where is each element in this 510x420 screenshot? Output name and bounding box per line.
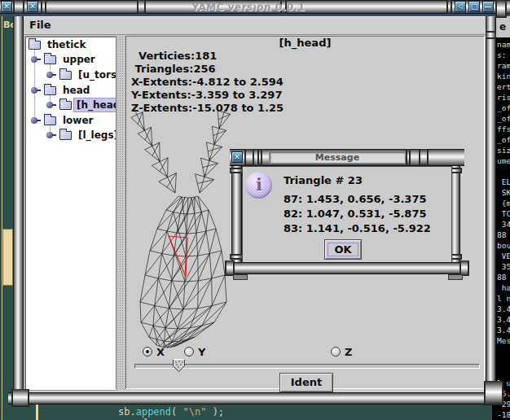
dialog-vertex-line: 87: 1.453, 0.656, -3.375 <box>284 193 427 205</box>
dialog-vertex-line: 82: 1.047, 0.531, -5.875 <box>284 208 427 220</box>
menu-bar: File <box>23 16 487 35</box>
pipe-endcap-bottomright <box>484 381 503 405</box>
maximize-button[interactable]: □ <box>468 1 480 12</box>
folder-icon <box>59 101 72 110</box>
tree-item-upper[interactable]: upper <box>60 53 98 66</box>
dialog-foot <box>448 274 463 280</box>
window-title: YAMC version 0.0.1 <box>0 2 497 13</box>
tree-row[interactable]: [l_legs] <box>25 129 117 142</box>
tree-item-lower[interactable]: lower <box>60 114 96 127</box>
tree-item-l-legs[interactable]: [l_legs] <box>76 129 121 142</box>
code-object: sb. <box>118 406 136 418</box>
pipe-fitting <box>406 149 411 166</box>
axis-x-radio[interactable] <box>143 347 152 357</box>
axis-y-radio[interactable] <box>184 347 194 357</box>
ident-button[interactable]: Ident <box>279 373 333 392</box>
dialog-foot <box>233 274 248 280</box>
left-border-pipe[interactable] <box>13 16 24 392</box>
tree-expand-knob[interactable] <box>46 72 53 78</box>
terminal-menu-file-partial[interactable]: e <box>499 21 506 33</box>
code-paren: ( <box>171 406 182 418</box>
dialog-title-slot: Message <box>269 151 406 164</box>
dialog-heading: Triangle # 23 <box>284 174 363 186</box>
folder-icon <box>44 86 56 95</box>
shade-button[interactable]: ◁ <box>455 1 466 12</box>
tree-expand-knob[interactable] <box>31 117 37 124</box>
code-close: ); <box>206 406 224 418</box>
axis-z-label: Z <box>345 346 352 358</box>
rotation-slider-track[interactable] <box>134 364 480 369</box>
model-tree-panel: thetick upper [u_torso] head [h_head] <box>24 36 117 391</box>
tree-row[interactable]: thetick <box>25 38 117 51</box>
tree-expand-knob[interactable] <box>46 132 53 138</box>
tree-item-head[interactable]: head <box>60 84 92 97</box>
wireframe-mesh <box>131 109 231 348</box>
left-window-border-line <box>2 13 2 420</box>
tree-row[interactable]: [u_torso] <box>25 68 117 81</box>
dialog-close-button[interactable]: ✕ <box>231 151 243 163</box>
menu-file[interactable]: File <box>23 16 58 33</box>
code-line: sb.append( "\n" ); <box>118 406 224 418</box>
pipe-fitting <box>486 31 496 39</box>
pipe-endcap-bottomleft <box>11 389 29 407</box>
tree-expand-knob[interactable] <box>31 56 37 63</box>
tree-expand-knob[interactable] <box>31 87 37 94</box>
stat-vertices: Verticies:181 <box>131 50 217 63</box>
iconify-button[interactable]: — <box>482 1 494 12</box>
panel-title: [h_head] <box>125 37 485 49</box>
dialog-title: Message <box>315 152 359 163</box>
pipe-fitting <box>244 149 254 166</box>
dialog-vertex-line: 83: 1.141, -0.516, -5.922 <box>284 222 431 234</box>
code-string: "\n" <box>183 406 207 418</box>
stat-y-extents: Y-Extents:-3.359 to 3.297 <box>131 89 282 102</box>
tree-row[interactable]: [h_head] <box>25 98 117 112</box>
bgwindow-close-button[interactable]: ✕ <box>1 1 12 12</box>
axis-x-label: X <box>156 346 165 358</box>
tree-row[interactable]: upper <box>25 53 117 66</box>
terminal-text: nam s: ram kin ert ris _of _of ffs _of s… <box>497 39 510 420</box>
pipe-fitting <box>257 149 262 166</box>
tree-item-thetick[interactable]: thetick <box>45 38 88 51</box>
tree-row[interactable]: head <box>25 84 117 97</box>
pipe-elbow-topright <box>495 0 507 18</box>
folder-icon <box>29 41 41 50</box>
axis-y-label: Y <box>198 346 205 358</box>
stat-triangles: Triangles:256 <box>131 63 216 76</box>
code-method: append <box>136 406 171 418</box>
tree-row[interactable]: lower <box>25 114 117 127</box>
background-left-window: Bo <box>0 13 13 420</box>
right-border-pipe[interactable] <box>486 16 496 392</box>
tree-expand-knob[interactable] <box>46 102 53 108</box>
folder-icon <box>44 116 56 125</box>
active-window-accent <box>0 14 510 16</box>
dialog-bottom-pipe <box>230 262 464 274</box>
dialog-body: i Triangle # 23 87: 1.453, 0.656, -3.375… <box>242 166 452 264</box>
left-window-scrollbar-thumb[interactable] <box>2 229 13 286</box>
folder-icon <box>59 131 72 140</box>
info-icon-letter: i <box>256 174 262 195</box>
desktop: Bo e nam s: ram kin ert ris _of _of ffs … <box>0 0 510 420</box>
message-dialog: Message ✕ i Triangle # 23 87: 1.453, 0.6… <box>223 147 469 281</box>
code-editor-strip: sb.append( "\n" ); } <box>24 405 486 420</box>
folder-icon <box>59 71 72 80</box>
bottom-border-pipe[interactable] <box>8 392 502 405</box>
close-button[interactable]: ✕ <box>27 1 38 12</box>
pipe-fitting <box>419 149 429 166</box>
ok-button[interactable]: OK <box>324 239 362 260</box>
stat-x-extents: X-Extents:-4.812 to 2.594 <box>131 76 284 89</box>
axis-z-radio[interactable] <box>331 347 341 357</box>
info-icon: i <box>245 172 272 199</box>
folder-icon <box>44 55 56 64</box>
rotation-slider-thumb[interactable] <box>172 358 186 373</box>
editor-guide-line <box>36 405 38 420</box>
dialog-left-pipe <box>231 166 242 265</box>
